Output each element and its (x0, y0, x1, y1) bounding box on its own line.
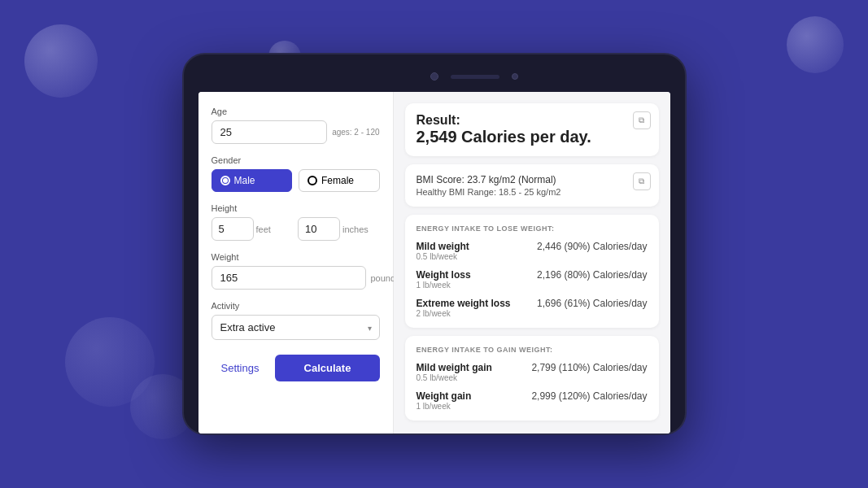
age-hint: ages: 2 - 120 (332, 128, 379, 137)
gain-name-1: Weight gain (417, 390, 472, 402)
gain-label-1: Weight gain 1 lb/week (417, 390, 472, 411)
lose-sub-1: 1 lb/week (417, 281, 471, 290)
bg-bubble-1 (24, 24, 98, 98)
tablet-front-camera (512, 73, 518, 80)
gain-weight-section: ENERGY INTAKE TO GAIN WEIGHT: Mild weigh… (405, 336, 659, 420)
gain-item-0: Mild weight gain 0.5 lb/week 2,799 (110%… (417, 362, 648, 382)
gender-row: Male Female (212, 169, 380, 192)
inches-unit: inches (342, 224, 369, 234)
result-calories: 2,549 Calories per day. (417, 128, 648, 146)
gain-weight-header: ENERGY INTAKE TO GAIN WEIGHT: (417, 346, 648, 354)
gain-value-1: 2,999 (120%) Calories/day (531, 390, 647, 402)
gain-value-0: 2,799 (110%) Calories/day (531, 362, 647, 373)
height-inches-input[interactable] (298, 217, 340, 241)
feet-unit: feet (256, 224, 271, 234)
lose-item-2: Extreme weight loss 2 lb/week 1,696 (61%… (417, 298, 648, 318)
lose-value-1: 2,196 (80%) Calories/day (537, 269, 647, 281)
height-label: Height (212, 203, 380, 213)
bmi-range: Healthy BMI Range: 18.5 - 25 kg/m2 (417, 187, 648, 197)
activity-select-wrapper: Sedentary Lightly active Moderately acti… (212, 315, 380, 340)
copy-result-button[interactable]: ⧉ (633, 111, 651, 129)
lose-sub-2: 2 lb/week (417, 309, 511, 318)
lose-label-0: Mild weight 0.5 lb/week (417, 241, 469, 261)
gain-sub-0: 0.5 lb/week (417, 373, 492, 382)
height-row: feet inches (212, 217, 380, 241)
tablet-top-bar (184, 64, 685, 89)
result-card: Result: 2,549 Calories per day. ⧉ (405, 103, 659, 156)
lose-label-2: Extreme weight loss 2 lb/week (417, 298, 511, 318)
gender-female-option[interactable]: Female (299, 169, 380, 192)
tablet-screen: Age ages: 2 - 120 Gender Male Female (198, 92, 670, 434)
gender-label: Gender (212, 155, 380, 165)
lose-label-1: Weight loss 1 lb/week (417, 269, 471, 290)
tablet-camera (430, 72, 438, 81)
gain-name-0: Mild weight gain (417, 362, 492, 373)
weight-input[interactable] (212, 266, 366, 290)
action-row: Settings Calculate (212, 355, 380, 381)
radio-male (220, 176, 230, 185)
age-input[interactable] (212, 120, 328, 144)
lose-name-1: Weight loss (417, 269, 471, 281)
weight-group: Weight pounds (212, 252, 380, 290)
gender-group: Gender Male Female (212, 155, 380, 192)
tablet-frame: Age ages: 2 - 120 Gender Male Female (182, 53, 687, 435)
right-panel: Result: 2,549 Calories per day. ⧉ BMI Sc… (394, 92, 670, 434)
gain-label-0: Mild weight gain 0.5 lb/week (417, 362, 492, 382)
copy-bmi-button[interactable]: ⧉ (633, 172, 651, 190)
lose-weight-header: ENERGY INTAKE TO LOSE WEIGHT: (417, 224, 648, 233)
gender-male-option[interactable]: Male (212, 169, 293, 192)
gender-male-label: Male (234, 175, 255, 186)
lose-name-2: Extreme weight loss (417, 298, 511, 309)
gain-sub-1: 1 lb/week (417, 402, 472, 411)
gender-female-label: Female (321, 175, 354, 186)
weight-label: Weight (212, 252, 380, 262)
lose-item-0: Mild weight 0.5 lb/week 2,446 (90%) Calo… (417, 241, 648, 261)
bg-bubble-3 (787, 16, 844, 73)
age-group: Age ages: 2 - 120 (212, 107, 380, 144)
left-panel: Age ages: 2 - 120 Gender Male Female (198, 92, 394, 434)
result-title: Result: (417, 113, 460, 127)
height-feet-input[interactable] (212, 217, 254, 241)
height-group: Height feet inches (212, 203, 380, 241)
lose-item-1: Weight loss 1 lb/week 2,196 (80%) Calori… (417, 269, 648, 290)
activity-group: Activity Sedentary Lightly active Modera… (212, 301, 380, 340)
lose-sub-0: 0.5 lb/week (417, 252, 469, 261)
lose-name-0: Mild weight (417, 241, 469, 252)
radio-female (308, 176, 317, 185)
settings-button[interactable]: Settings (212, 355, 269, 381)
bmi-card: BMI Score: 23.7 kg/m2 (Normal) Healthy B… (405, 164, 659, 207)
height-feet-group: feet (212, 217, 294, 241)
gain-item-1: Weight gain 1 lb/week 2,999 (120%) Calor… (417, 390, 648, 411)
lose-value-2: 1,696 (61%) Calories/day (537, 298, 647, 309)
age-row: ages: 2 - 120 (212, 120, 380, 144)
age-label: Age (212, 107, 380, 116)
bmi-score: BMI Score: 23.7 kg/m2 (Normal) (417, 174, 648, 185)
tablet-speaker (451, 75, 499, 79)
activity-select[interactable]: Sedentary Lightly active Moderately acti… (212, 315, 380, 340)
activity-label: Activity (212, 301, 380, 311)
calculate-button[interactable]: Calculate (275, 355, 379, 381)
weight-row: pounds (212, 266, 380, 290)
height-inches-group: inches (298, 217, 380, 241)
lose-weight-section: ENERGY INTAKE TO LOSE WEIGHT: Mild weigh… (405, 215, 659, 328)
lose-value-0: 2,446 (90%) Calories/day (537, 241, 647, 252)
